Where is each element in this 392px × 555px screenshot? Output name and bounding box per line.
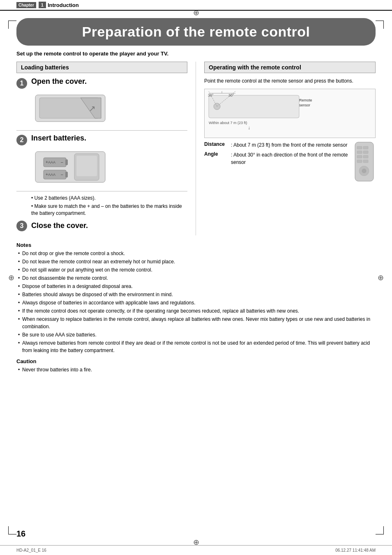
chapter-number: 1 — [39, 2, 46, 8]
note-10: Be sure to use AAA size batteries. — [16, 331, 376, 339]
corner-br — [376, 526, 384, 534]
operating-intro: Point the remote control at the remote s… — [204, 77, 376, 85]
battery-note-2: Make sure to match the + and – on the ba… — [31, 203, 187, 217]
sensor-diagram: 30° 30° Remote sensor Within about 7 m (… — [204, 89, 376, 138]
svg-text:sensor: sensor — [299, 103, 310, 107]
operating-section: Operating with the remote control Point … — [196, 62, 376, 235]
step-2-text: Insert batteries. — [31, 134, 86, 143]
svg-rect-33 — [363, 151, 368, 154]
footer: HD-A2_01_E 16 06.12.27 11:41:48 AM — [0, 545, 392, 555]
svg-point-39 — [362, 169, 366, 173]
sensor-diagram-svg: 30° 30° Remote sensor Within about 7 m (… — [205, 89, 375, 138]
svg-rect-35 — [363, 155, 368, 158]
subtitle: Set up the remote control to operate the… — [0, 51, 392, 62]
distance-label: Distance — [204, 141, 231, 149]
svg-text:AAA: AAA — [48, 160, 55, 164]
angle-row: Angle : About 30° in each direction of t… — [204, 151, 350, 166]
svg-text:↗: ↗ — [89, 104, 96, 113]
caution-1: Never throw batteries into a fire. — [16, 366, 376, 373]
angle-label: Angle — [204, 151, 231, 166]
caution-list: Never throw batteries into a fire. — [16, 366, 376, 373]
two-col-layout: Loading batteries 1 Open the cover. ↗ — [0, 62, 392, 235]
svg-text:30°: 30° — [228, 93, 234, 97]
battery-note-1: Use 2 batteries (AAA sizes). — [31, 195, 187, 202]
caution-title: Caution — [16, 358, 376, 364]
footer-left: HD-A2_01_E 16 — [16, 548, 46, 553]
loading-batteries-section: Loading batteries 1 Open the cover. ↗ — [16, 62, 196, 235]
distance-angle-container: Distance : About 7 m (23 ft) from the fr… — [204, 141, 376, 184]
page-container: ⊕ ⊕ ⊕ ⊕ Chapter 1 Introduction Preparati… — [0, 0, 392, 555]
main-title-banner: Preparation of the remote control — [16, 18, 376, 46]
main-title: Preparation of the remote control — [29, 24, 363, 40]
svg-rect-30 — [357, 146, 362, 149]
illus-divider-2 — [16, 191, 187, 191]
svg-text:AAA: AAA — [48, 173, 55, 177]
corner-bl — [8, 526, 16, 534]
loading-batteries-header: Loading batteries — [16, 62, 187, 73]
svg-text:+: + — [46, 172, 48, 177]
svg-rect-11 — [65, 172, 68, 177]
svg-text:–: – — [61, 172, 63, 177]
illus-divider-1 — [16, 130, 187, 131]
distance-angle-text: Distance : About 7 m (23 ft) from the fr… — [204, 141, 350, 184]
svg-rect-31 — [363, 146, 368, 149]
svg-rect-34 — [357, 155, 362, 158]
note-3: Do not spill water or put anything wet o… — [16, 266, 376, 274]
svg-rect-16 — [76, 156, 97, 176]
svg-rect-36 — [357, 160, 362, 163]
svg-text:+: + — [46, 160, 48, 164]
svg-rect-37 — [363, 160, 368, 163]
svg-rect-17 — [209, 95, 299, 118]
corner-tl — [8, 21, 16, 29]
remote-small-svg — [353, 141, 376, 182]
battery-illustration: AAA + – AAA + – — [31, 150, 187, 188]
distance-value: : About 7 m (23 ft) from the front of th… — [231, 141, 347, 149]
note-7: Always dispose of batteries in accordanc… — [16, 299, 376, 306]
footer-right: 06.12.27 11:41:48 AM — [335, 548, 376, 553]
battery-illus-svg: AAA + – AAA + – — [31, 150, 113, 187]
note-8: If the remote control does not operate c… — [16, 307, 376, 315]
battery-notes: Use 2 batteries (AAA sizes). Make sure t… — [31, 195, 187, 216]
note-6: Batteries should always be disposed of w… — [16, 291, 376, 298]
notes-title: Notes — [16, 242, 376, 248]
chapter-title: Introduction — [48, 2, 79, 8]
note-9: When necessary to replace batteries in t… — [16, 315, 376, 330]
svg-text:Within about 7 m (23 ft): Within about 7 m (23 ft) — [209, 121, 247, 125]
step-1-text: Open the cover. — [31, 77, 87, 86]
step-3: 3 Close the cover. — [16, 220, 187, 231]
step-3-text: Close the cover. — [31, 221, 88, 230]
page-number: 16 — [16, 529, 25, 539]
note-1: Do not drop or give the remote control a… — [16, 250, 376, 257]
operating-header: Operating with the remote control — [204, 62, 376, 73]
svg-text:30°: 30° — [208, 93, 214, 97]
svg-rect-6 — [65, 159, 68, 165]
svg-text:↓: ↓ — [248, 125, 250, 131]
svg-text:Remote: Remote — [299, 98, 312, 102]
note-2: Do not leave the remote control near an … — [16, 258, 376, 265]
distance-row: Distance : About 7 m (23 ft) from the fr… — [204, 141, 350, 149]
angle-value: : About 30° in each direction of the fro… — [231, 151, 350, 166]
svg-rect-32 — [357, 151, 362, 154]
step-2-number: 2 — [16, 135, 27, 145]
note-4: Do not disassemble the remote control. — [16, 274, 376, 282]
crosshair-left-icon: ⊕ — [8, 273, 14, 282]
crosshair-right-icon: ⊕ — [378, 273, 384, 282]
chapter-label: Chapter — [16, 2, 36, 8]
note-5: Dispose of batteries in a designated dis… — [16, 283, 376, 290]
step-3-number: 3 — [16, 221, 27, 231]
step-1: 1 Open the cover. — [16, 77, 187, 89]
crosshair-top-icon: ⊕ — [193, 8, 199, 17]
cover-illustration: ↗ — [31, 93, 187, 127]
step-1-number: 1 — [16, 78, 27, 89]
remote-small-image — [353, 141, 376, 184]
cover-illus-svg: ↗ — [31, 93, 113, 126]
note-11: Always remove batteries from remote cont… — [16, 339, 376, 354]
svg-text:–: – — [61, 160, 63, 164]
corner-tr — [376, 21, 384, 29]
step-2: 2 Insert batteries. — [16, 134, 187, 145]
notes-list: Do not drop or give the remote control a… — [16, 250, 376, 354]
notes-section: Notes Do not drop or give the remote con… — [0, 235, 392, 373]
